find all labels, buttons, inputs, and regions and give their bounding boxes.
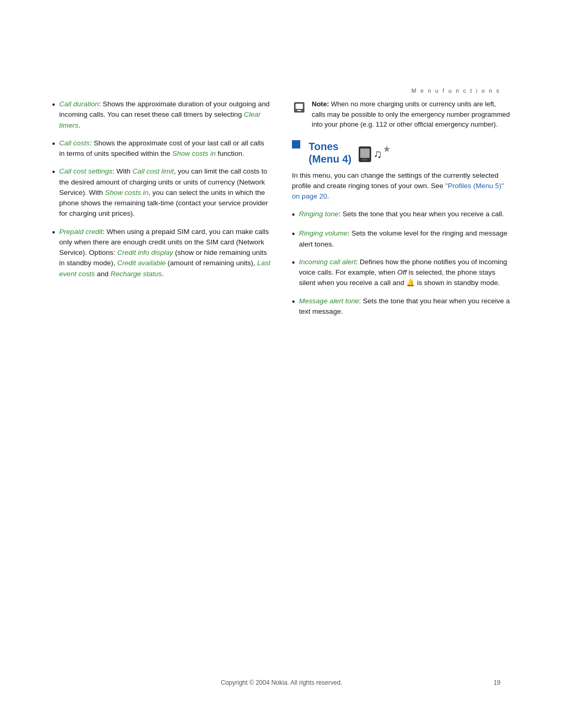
footer-copyright: Copyright © 2004 Nokia. All rights reser… [0, 679, 563, 686]
list-item-call-costs: Call costs: Shows the approximate cost o… [52, 138, 271, 159]
page: M e n u f u n c t i o n s Call duration:… [0, 0, 563, 728]
left-bullet-list: Call duration: Shows the approximate dur… [52, 99, 271, 279]
list-item-prepaid-credit: Prepaid credit: When using a prepaid SIM… [52, 227, 271, 279]
bell-symbol: 🔔 [406, 279, 415, 287]
prepaid-credit-link: Prepaid credit [59, 228, 103, 236]
call-costs-link: Call costs [59, 139, 90, 147]
header-label: M e n u f u n c t i o n s [411, 88, 500, 94]
recharge-status-link: Recharge status [111, 270, 162, 278]
right-column: Note: When no more charging units or cur… [292, 99, 511, 324]
tones-heading-wrapper: Tones(Menu 4) [292, 140, 351, 165]
list-item-call-duration: Call duration: Shows the approximate dur… [52, 99, 271, 131]
profiles-menu5-link: "Profiles (Menu 5)" on page 20 [292, 182, 504, 200]
note-box: Note: When no more charging units or cur… [292, 99, 511, 130]
tones-intro: In this menu, you can change the setting… [292, 170, 511, 202]
left-column: Call duration: Shows the approximate dur… [52, 99, 271, 324]
svg-rect-1 [296, 104, 303, 109]
list-item-call-cost-settings: Call cost settings: With Call cost limit… [52, 166, 271, 219]
call-cost-limit-link: Call cost limit [132, 167, 174, 175]
list-item-message-alert-tone: Message alert tone: Sets the tone that y… [292, 296, 511, 317]
content-area: Call duration: Shows the approximate dur… [52, 99, 511, 324]
show-costs-in-link: Show costs in [172, 150, 215, 157]
call-costs-text: Call costs: Shows the approximate cost o… [59, 138, 271, 159]
call-duration-text: Call duration: Shows the approximate dur… [59, 99, 271, 131]
ringing-tone-text: Ringing tone: Sets the tone that you hea… [299, 209, 511, 221]
list-item-ringing-tone: Ringing tone: Sets the tone that you hea… [292, 209, 511, 221]
svg-rect-2 [297, 110, 301, 111]
credit-info-display-link: Credit info display [117, 249, 173, 256]
call-duration-link: Call duration [59, 100, 99, 108]
svg-rect-4 [360, 149, 370, 158]
call-cost-settings-text: Call cost settings: With Call cost limit… [59, 166, 271, 219]
note-text: Note: When no more charging units or cur… [312, 99, 511, 130]
tones-icon: ♫ [358, 142, 386, 163]
message-alert-tone-link: Message alert tone [299, 297, 359, 305]
note-svg [292, 100, 307, 115]
ringing-volume-link: Ringing volume [299, 229, 348, 237]
show-costs-in-link2: Show costs in [105, 189, 148, 196]
tones-svg-icon: ♫ [358, 142, 391, 165]
call-cost-settings-link: Call cost settings [59, 167, 113, 175]
svg-text:♫: ♫ [373, 147, 382, 161]
note-bold: Note: [312, 100, 329, 108]
tones-heading: Tones(Menu 4) [309, 140, 351, 165]
list-item-ringing-volume: Ringing volume: Sets the volume level fo… [292, 228, 511, 250]
note-icon [292, 100, 307, 115]
credit-available-link: Credit available [117, 259, 166, 267]
ringing-tone-link: Ringing tone [299, 210, 339, 218]
footer-page-number: 19 [494, 679, 500, 686]
message-alert-tone-text: Message alert tone: Sets the tone that y… [299, 296, 511, 317]
list-item-incoming-call-alert: Incoming call alert: Defines how the pho… [292, 257, 511, 289]
tones-section-title: Tones(Menu 4) ♫ [292, 140, 511, 165]
svg-marker-7 [384, 145, 390, 152]
prepaid-credit-text: Prepaid credit: When using a prepaid SIM… [59, 227, 271, 279]
right-bullet-list: Ringing tone: Sets the tone that you hea… [292, 209, 511, 317]
incoming-call-alert-text: Incoming call alert: Defines how the pho… [299, 257, 511, 289]
off-italic: Off [397, 268, 407, 276]
incoming-call-alert-link: Incoming call alert [299, 258, 356, 266]
svg-rect-5 [362, 159, 368, 161]
clear-timers-link: Clear timers [59, 110, 261, 129]
blue-square-icon [292, 140, 300, 149]
ringing-volume-text: Ringing volume: Sets the volume level fo… [299, 228, 511, 250]
